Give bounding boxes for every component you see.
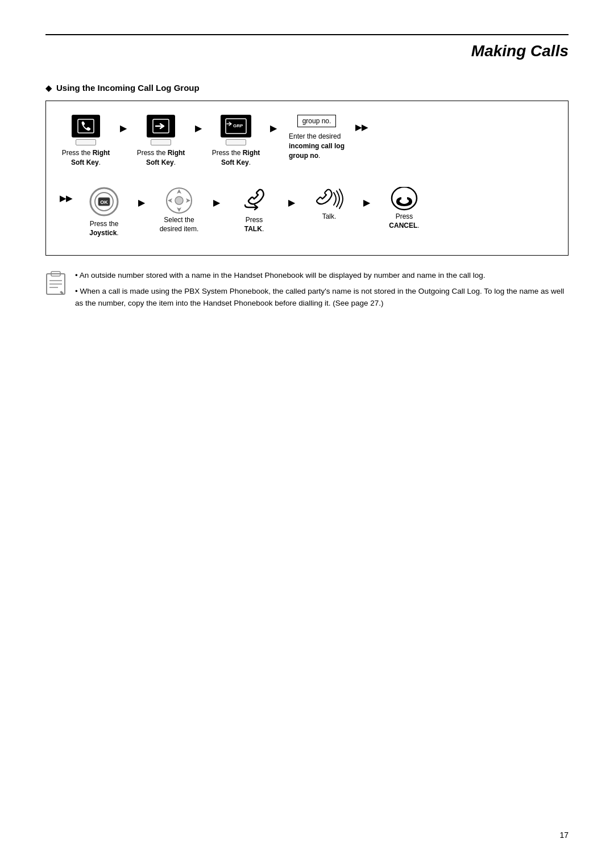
step6-icon bbox=[165, 187, 193, 214]
step5-icon: OK bbox=[89, 187, 119, 216]
cancel-svg bbox=[391, 187, 418, 211]
step-2: Press the RightSoft Key. bbox=[132, 115, 189, 168]
step8-icon bbox=[314, 187, 344, 211]
joystick-ok-icon: OK bbox=[89, 187, 119, 216]
step1-label: Press the RightSoft Key. bbox=[62, 148, 110, 168]
nav-circle-icon bbox=[165, 187, 193, 214]
svg-text:OK: OK bbox=[100, 199, 108, 205]
step-9: PressCANCEL. bbox=[376, 187, 433, 231]
soft-key-grp-icon: GRP bbox=[221, 115, 251, 137]
notes-text: • An outside number stored with a name i… bbox=[75, 269, 569, 313]
step8-label: Talk. bbox=[322, 212, 337, 222]
step-1: Press the RightSoft Key. bbox=[57, 115, 114, 168]
svg-rect-0 bbox=[78, 119, 94, 133]
talk-wave-svg bbox=[314, 187, 344, 211]
soft-key-2-button bbox=[151, 139, 171, 145]
step9-icon bbox=[391, 187, 418, 211]
diagram-box: Press the RightSoft Key. ▶ bbox=[45, 101, 569, 256]
arrow-5: ▶ bbox=[213, 187, 220, 208]
steps-row-1: Press the RightSoft Key. ▶ bbox=[57, 115, 557, 168]
step7-icon bbox=[240, 187, 268, 214]
joystick-svg: OK bbox=[89, 187, 119, 216]
step6-label: Select thedesired item. bbox=[160, 215, 199, 235]
steps-row-2: ▶▶ bbox=[57, 187, 557, 239]
diagram-rows: Press the RightSoft Key. ▶ bbox=[57, 115, 557, 244]
group-no-box: group no. bbox=[297, 115, 337, 127]
step1-icon bbox=[72, 115, 100, 145]
step4-icon: group no. bbox=[297, 115, 337, 127]
step3-label: Press the RightSoft Key. bbox=[212, 148, 260, 168]
step-8: Talk. bbox=[301, 187, 358, 222]
step-7: PressTALK. bbox=[226, 187, 283, 235]
step3-icon: GRP bbox=[221, 115, 251, 145]
nav-svg bbox=[165, 187, 193, 214]
grp-svg: GRP bbox=[225, 118, 247, 134]
step-6: Select thedesired item. bbox=[151, 187, 208, 235]
soft-key-3-button bbox=[226, 139, 246, 145]
svg-text:GRP: GRP bbox=[233, 123, 243, 128]
arrow-1: ▶ bbox=[120, 115, 127, 133]
notepad-svg bbox=[45, 270, 66, 295]
arrow-4: ▶ bbox=[138, 187, 145, 208]
step2-label: Press the RightSoft Key. bbox=[137, 148, 185, 168]
page-container: Making Calls Using the Incoming Call Log… bbox=[0, 0, 614, 868]
page-number: 17 bbox=[559, 831, 569, 840]
step5-label: Press theJoystick. bbox=[89, 219, 118, 239]
step-4: group no. Enter the desiredincoming call… bbox=[283, 115, 351, 160]
step2-icon bbox=[147, 115, 175, 145]
arrow-3: ▶ bbox=[270, 115, 277, 133]
step9-label: PressCANCEL. bbox=[389, 212, 419, 231]
section-heading: Using the Incoming Call Log Group bbox=[45, 83, 569, 93]
soft-key-1-button bbox=[76, 139, 96, 145]
phone-svg bbox=[77, 119, 94, 133]
arrow-7: ▶ bbox=[363, 187, 370, 208]
page-title: Making Calls bbox=[45, 34, 569, 66]
step-5: OK Press theJoystick. bbox=[76, 187, 132, 239]
double-arrow-2: ▶▶ bbox=[60, 187, 72, 203]
note-2: • When a call is made using the PBX Syst… bbox=[75, 285, 569, 310]
step-3: GRP Press the RightSoft Key. bbox=[208, 115, 264, 168]
soft-key-phone-icon bbox=[72, 115, 100, 137]
svg-point-9 bbox=[175, 197, 183, 205]
talk-svg bbox=[240, 187, 268, 211]
soft-key-arrow-icon bbox=[147, 115, 175, 137]
arrow-6: ▶ bbox=[288, 187, 295, 208]
notes-icon bbox=[45, 270, 66, 299]
step7-label: PressTALK. bbox=[244, 215, 264, 235]
double-arrow-1: ▶▶ bbox=[355, 115, 368, 132]
note-1: • An outside number stored with a name i… bbox=[75, 269, 569, 282]
section-heading-text: Using the Incoming Call Log Group bbox=[56, 83, 200, 93]
step4-label: Enter the desiredincoming call loggroup … bbox=[289, 132, 345, 160]
talk-phone-icon bbox=[240, 187, 268, 214]
notes-section: • An outside number stored with a name i… bbox=[45, 269, 569, 313]
arrow-menu-svg bbox=[152, 119, 169, 133]
arrow-2: ▶ bbox=[195, 115, 202, 133]
